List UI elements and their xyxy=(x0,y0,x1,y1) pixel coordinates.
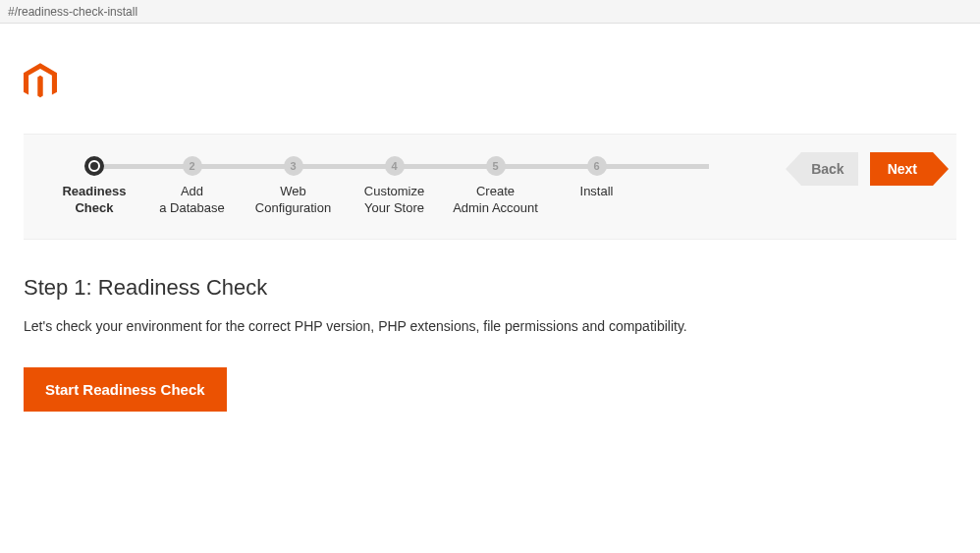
next-button[interactable]: Next xyxy=(870,152,933,186)
step-dot-current xyxy=(84,156,104,176)
url-fragment-text: #/readiness-check-install xyxy=(8,5,137,19)
step-label: CustomizeYour Store xyxy=(344,184,445,217)
wizard-nav: Back Next xyxy=(786,152,933,186)
magento-logo-icon xyxy=(24,63,57,102)
wizard-step-3[interactable]: 3 WebConfiguration xyxy=(243,156,344,217)
start-readiness-check-button[interactable]: Start Readiness Check xyxy=(24,367,227,412)
wizard-step-2[interactable]: 2 Adda Database xyxy=(141,156,243,217)
page-title: Step 1: Readiness Check xyxy=(24,275,956,301)
page: ReadinessCheck 2 Adda Database 3 WebConf… xyxy=(0,24,980,435)
magento-logo xyxy=(24,63,956,106)
step-dot: 6 xyxy=(587,156,607,176)
step-dot: 2 xyxy=(183,156,202,176)
step-label: CreateAdmin Account xyxy=(445,184,546,217)
step-dot: 3 xyxy=(284,156,303,176)
back-button[interactable]: Back xyxy=(801,152,857,186)
step-dot: 5 xyxy=(486,156,506,176)
wizard-bar: ReadinessCheck 2 Adda Database 3 WebConf… xyxy=(24,134,956,240)
step-dot: 4 xyxy=(385,156,405,176)
page-description: Let's check your environment for the cor… xyxy=(24,318,956,334)
url-bar: #/readiness-check-install xyxy=(0,0,980,24)
wizard-step-5[interactable]: 5 CreateAdmin Account xyxy=(445,156,546,217)
step-label: Install xyxy=(546,184,647,200)
step-label: ReadinessCheck xyxy=(47,184,141,217)
wizard-step-1[interactable]: ReadinessCheck xyxy=(47,156,141,217)
wizard-step-4[interactable]: 4 CustomizeYour Store xyxy=(344,156,445,217)
wizard-steps: ReadinessCheck 2 Adda Database 3 WebConf… xyxy=(47,156,786,217)
step-label: WebConfiguration xyxy=(243,184,344,217)
wizard-step-6[interactable]: 6 Install xyxy=(546,156,647,200)
step-label: Adda Database xyxy=(141,184,243,217)
